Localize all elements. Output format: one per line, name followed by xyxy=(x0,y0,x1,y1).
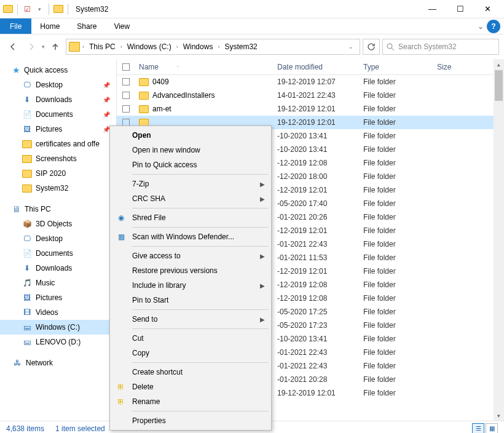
sidebar-item-screenshots[interactable]: Screenshots xyxy=(0,151,116,166)
checkbox-red-icon[interactable]: ☑ xyxy=(22,4,33,15)
sidebar-item-desktop[interactable]: 🖵Desktop xyxy=(0,231,116,246)
maximize-button[interactable]: ☐ xyxy=(446,1,474,18)
scroll-up-icon[interactable]: ▴ xyxy=(494,59,504,70)
column-name[interactable]: Nameˆ xyxy=(135,63,274,71)
context-menu: OpenOpen in new windowPin to Quick acces… xyxy=(109,125,272,431)
sidebar-item-music[interactable]: 🎵Music xyxy=(0,276,116,290)
chevron-right-icon[interactable]: › xyxy=(119,44,124,50)
menu-item-cut[interactable]: Cut xyxy=(111,331,270,346)
sidebar-item-windows-c-[interactable]: 🖴Windows (C:) xyxy=(0,320,116,335)
scrollbar[interactable]: ▴ ▾ xyxy=(494,59,504,421)
refresh-button[interactable] xyxy=(363,39,380,55)
quick-access[interactable]: ★Quick access xyxy=(0,63,116,77)
this-pc[interactable]: 🖥This PC xyxy=(0,202,116,217)
breadcrumb[interactable]: Windows (C:) xyxy=(125,42,174,51)
row-checkbox[interactable] xyxy=(122,92,130,99)
folder-icon xyxy=(2,4,14,15)
table-row[interactable]: AdvancedInstallers14-01-2021 22:43File f… xyxy=(117,89,494,102)
breadcrumb[interactable]: System32 xyxy=(222,42,259,51)
qat-customize-icon[interactable]: ▾ xyxy=(34,4,45,15)
select-all-checkbox[interactable] xyxy=(122,63,130,71)
documents-icon: 📄 xyxy=(22,250,32,258)
chevron-right-icon: ▶ xyxy=(260,253,265,260)
breadcrumb[interactable]: Windows xyxy=(181,42,216,51)
column-date[interactable]: Date modified xyxy=(274,63,360,71)
sidebar-item-pictures[interactable]: 🖼Pictures📌 xyxy=(0,122,116,137)
menu-item-create-shortcut[interactable]: Create shortcut xyxy=(111,365,270,379)
sidebar-item-lenovo-d-[interactable]: 🖴LENOVO (D:) xyxy=(0,335,116,349)
search-icon xyxy=(387,43,395,51)
address-bar[interactable]: › This PC › Windows (C:) › Windows › Sys… xyxy=(66,39,360,55)
pictures-icon: 🖼 xyxy=(22,125,32,133)
sidebar-item-downloads[interactable]: ⬇Downloads📌 xyxy=(0,92,116,107)
sidebar-item-videos[interactable]: 🎞Videos xyxy=(0,305,116,320)
pin-icon: 📌 xyxy=(103,82,110,89)
thumbnails-view-button[interactable]: ▦ xyxy=(486,423,498,434)
sidebar-item-system32[interactable]: System32 xyxy=(0,181,116,196)
table-row[interactable]: am-et19-12-2019 12:01File folder xyxy=(117,102,494,116)
minimize-button[interactable]: — xyxy=(419,1,446,18)
back-button[interactable] xyxy=(5,39,21,55)
sidebar-item-downloads[interactable]: ⬇Downloads xyxy=(0,261,116,276)
svg-point-0 xyxy=(387,44,392,49)
row-checkbox[interactable] xyxy=(122,105,130,113)
menu-item-include-in-library[interactable]: Include in library▶ xyxy=(111,278,270,293)
sidebar-item-documents[interactable]: 📄Documents📌 xyxy=(0,107,116,122)
search-input[interactable]: Search System32 xyxy=(382,39,499,55)
close-button[interactable]: ✕ xyxy=(474,1,502,18)
menu-item-pin-to-quick-access[interactable]: Pin to Quick access xyxy=(111,157,270,172)
tab-view[interactable]: View xyxy=(105,18,138,34)
column-size[interactable]: Size xyxy=(433,63,482,71)
menu-item-shred-file[interactable]: ◉Shred File xyxy=(111,210,270,225)
forward-button[interactable] xyxy=(23,39,39,55)
tab-home[interactable]: Home xyxy=(31,18,68,34)
drive-icon: 🖴 xyxy=(22,338,32,346)
chevron-right-icon[interactable]: › xyxy=(216,44,221,50)
pictures-icon: 🖼 xyxy=(22,294,32,302)
sidebar-item-pictures[interactable]: 🖼Pictures xyxy=(0,290,116,305)
chevron-right-icon[interactable]: › xyxy=(81,44,85,50)
menu-item-open[interactable]: Open xyxy=(111,128,270,143)
column-headers: Nameˆ Date modified Type Size xyxy=(117,59,494,75)
file-tab[interactable]: File xyxy=(0,18,31,34)
sidebar-item-certificates-and-offe[interactable]: certificates and offe xyxy=(0,137,116,151)
sidebar-item-documents[interactable]: 📄Documents xyxy=(0,246,116,261)
sidebar-item-desktop[interactable]: 🖵Desktop📌 xyxy=(0,77,116,92)
menu-item-delete[interactable]: ⛨Delete xyxy=(111,379,270,394)
sidebar-item-3d-objects[interactable]: 📦3D Objects xyxy=(0,217,116,231)
menu-item-copy[interactable]: Copy xyxy=(111,346,270,360)
help-icon[interactable]: ? xyxy=(487,20,500,33)
menu-item-crc-sha[interactable]: CRC SHA▶ xyxy=(111,191,270,206)
tab-share[interactable]: Share xyxy=(68,18,105,34)
up-button[interactable] xyxy=(47,39,63,55)
menu-item-scan-with-windows-defender-[interactable]: ▦Scan with Windows Defender... xyxy=(111,229,270,244)
desktop-icon: 🖵 xyxy=(22,235,32,243)
collapse-ribbon-icon[interactable]: ⌄ xyxy=(474,18,487,34)
menu-item-give-access-to[interactable]: Give access to▶ xyxy=(111,248,270,263)
shield-icon: ⛨ xyxy=(116,382,126,392)
details-view-button[interactable]: ☰ xyxy=(472,423,484,434)
network[interactable]: 🖧Network xyxy=(0,356,116,370)
row-checkbox[interactable] xyxy=(122,78,130,85)
menu-item-restore-previous-versions[interactable]: Restore previous versions xyxy=(111,263,270,278)
folder-icon xyxy=(22,185,32,193)
scroll-down-icon[interactable]: ▾ xyxy=(494,410,504,421)
menu-item-open-in-new-window[interactable]: Open in new window xyxy=(111,143,270,157)
menu-item-pin-to-start[interactable]: Pin to Start xyxy=(111,293,270,308)
chevron-right-icon: ▶ xyxy=(260,282,265,289)
scroll-thumb[interactable] xyxy=(495,70,503,101)
shred-icon: ◉ xyxy=(116,213,126,223)
menu-item-properties[interactable]: Properties xyxy=(111,413,270,428)
menu-item-7-zip[interactable]: 7-Zip▶ xyxy=(111,177,270,191)
recent-locations-icon[interactable]: ▾ xyxy=(42,44,45,50)
address-dropdown-icon[interactable]: ⌄ xyxy=(345,44,357,50)
chevron-right-icon: ▶ xyxy=(260,316,265,323)
chevron-right-icon[interactable]: › xyxy=(175,44,179,50)
menu-item-rename[interactable]: ⛨Rename xyxy=(111,394,270,409)
column-type[interactable]: Type xyxy=(360,63,433,71)
table-row[interactable]: 040919-12-2019 12:07File folder xyxy=(117,75,494,89)
sidebar-item-sip-2020[interactable]: SIP 2020 xyxy=(0,166,116,181)
breadcrumb[interactable]: This PC xyxy=(87,42,118,51)
menu-item-send-to[interactable]: Send to▶ xyxy=(111,312,270,327)
folder-icon xyxy=(22,170,32,178)
